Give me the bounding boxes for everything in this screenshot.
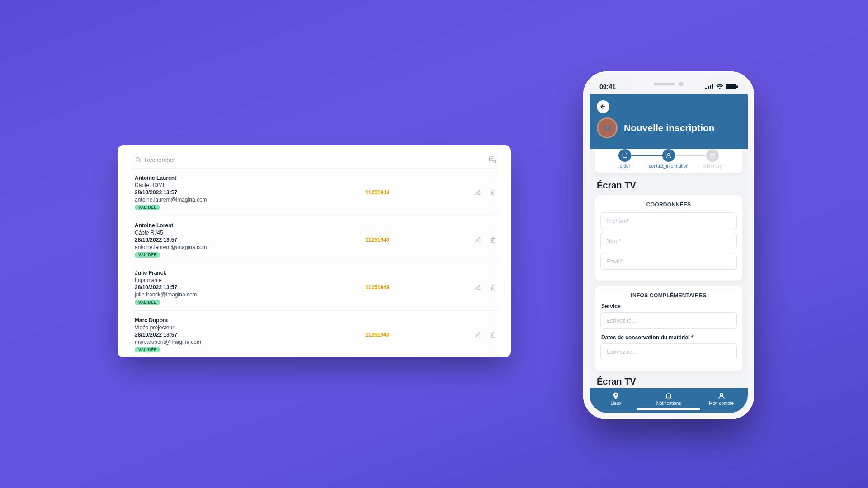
dates-field[interactable] [600,343,737,360]
form-heading: INFOS COMPLÉMENTAIRES [600,292,737,299]
row-product: Câble HDMI [135,182,360,188]
filter-icon[interactable] [488,155,496,164]
tab-notifications[interactable]: Notifications [642,392,695,406]
tab-label: Lieux [610,401,621,406]
row-date: 28/10/2022 13:57 [135,332,360,338]
firstname-field[interactable] [600,212,737,229]
phone-frame: 09:41 Nouvelle inscription [583,71,754,419]
svg-rect-10 [712,84,713,89]
bag-icon [622,152,628,159]
row-date: 28/10/2022 13:57 [135,284,360,291]
row-product: Câble RJ45 [135,230,360,236]
row-ref: 11251949 [365,284,406,291]
dates-label: Dates de conservation du matériel * [601,334,736,341]
row-ref: 11251949 [365,332,406,338]
delete-icon[interactable] [490,189,496,196]
phone-screen: 09:41 Nouvelle inscription [590,78,748,413]
svg-line-6 [495,162,496,163]
row-ref: 11251949 [365,189,406,196]
svg-point-19 [720,393,723,396]
svg-point-0 [136,157,139,161]
list-item[interactable]: Antoine Lorent Câble RJ45 28/10/2022 13:… [131,216,497,263]
desktop-panel: Rechercher Antoine Laurent Câble HDMI 28… [118,145,511,357]
document-icon [709,152,716,159]
search-placeholder: Rechercher [145,156,175,163]
svg-rect-9 [710,85,711,89]
tab-label: Notifications [656,401,681,406]
row-date: 28/10/2022 13:57 [135,189,360,196]
row-product: Vidéo projecteur [135,324,360,331]
service-field[interactable] [600,312,737,329]
back-button[interactable] [597,100,609,113]
page-title: Nouvelle inscription [624,122,715,133]
svg-rect-2 [489,157,494,161]
search-icon [135,156,141,163]
edit-icon[interactable] [475,332,481,338]
search-input[interactable]: Rechercher [135,156,175,163]
list-item[interactable]: Marc Dupont Vidéo projecteur 28/10/2022 … [131,311,497,357]
user-icon [665,152,672,159]
edit-icon[interactable] [475,284,481,291]
phone-notch [630,78,707,90]
svg-point-5 [494,160,496,163]
edit-icon[interactable] [475,237,481,243]
step-label: summary [703,164,722,169]
list-item[interactable]: Julie Franck Imprimante 28/10/2022 13:57… [131,263,497,311]
svg-point-15 [668,153,670,155]
status-badge: VALIDÉE [135,252,160,258]
wifi-icon [716,84,723,89]
svg-line-1 [139,161,141,162]
step-label: order [620,164,630,169]
battery-icon [726,84,738,89]
svg-rect-7 [705,88,707,89]
email-field[interactable] [600,253,737,270]
step-contact[interactable]: contact_information [647,149,691,169]
row-name: Marc Dupont [135,317,360,324]
row-name: Julie Franck [135,270,360,276]
step-order[interactable]: order [603,149,647,169]
stepper: order contact_information summary [595,149,742,173]
row-email: antoine.laurent@imagina.com [135,244,360,250]
row-email: antoine.laurent@imagina.com [135,197,360,203]
row-ref: 11251949 [365,237,406,243]
tab-bar: Lieux Notifications Mon compte [590,388,748,413]
row-date: 28/10/2022 13:57 [135,237,360,243]
search-row: Rechercher [135,154,496,168]
svg-rect-11 [726,84,736,89]
svg-rect-14 [623,154,627,158]
status-badge: VALIDÉE [135,347,160,352]
delete-icon[interactable] [490,237,496,243]
delete-icon[interactable] [490,332,496,338]
status-badge: VALIDÉE [135,205,160,210]
user-icon [717,392,726,400]
tab-places[interactable]: Lieux [590,392,642,406]
bell-icon [665,392,673,400]
row-name: Antoine Lorent [135,222,360,229]
svg-rect-8 [708,86,709,89]
section-title: Écran TV [590,376,748,388]
edit-icon[interactable] [475,189,481,196]
coordinates-card: COORDONNÉES [595,195,742,281]
service-label: Service [601,303,736,310]
pin-icon [612,392,620,400]
avatar [597,117,618,138]
step-label: contact_information [649,164,688,169]
tab-account[interactable]: Mon compte [695,392,748,406]
status-badge: VALIDÉE [135,300,160,305]
step-summary: summary [690,149,734,169]
row-name: Antoine Laurent [135,175,360,181]
row-product: Imprimante [135,277,360,283]
status-time: 09:41 [599,83,616,90]
extra-info-card: INFOS COMPLÉMENTAIRES Service Dates de c… [595,286,742,371]
app-header: Nouvelle inscription [590,94,748,149]
row-email: julie.franck@imagina.com [135,291,360,298]
home-indicator[interactable] [637,408,700,410]
svg-rect-12 [736,85,738,88]
row-email: marc.dupont@imagina.com [135,339,360,345]
lastname-field[interactable] [600,233,737,249]
list-item[interactable]: Antoine Laurent Câble HDMI 28/10/2022 13… [131,169,497,216]
delete-icon[interactable] [490,284,496,291]
tab-label: Mon compte [709,401,734,406]
arrow-left-icon [599,103,607,110]
form-heading: COORDONNÉES [600,202,737,208]
